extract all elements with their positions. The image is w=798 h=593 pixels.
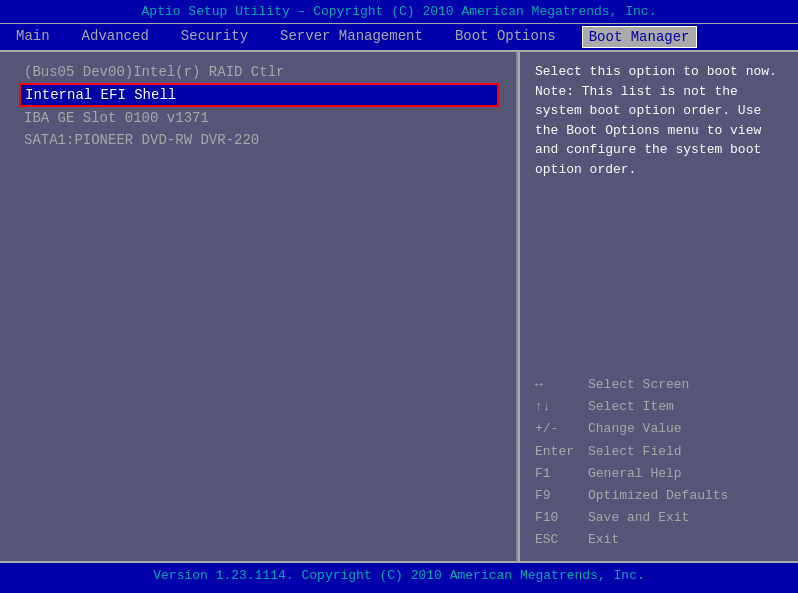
key-label: F1 <box>535 463 580 485</box>
key-description: Change Value <box>588 418 682 440</box>
menu-item-main[interactable]: Main <box>10 26 56 48</box>
boot-item[interactable]: (Bus05 Dev00)Intel(r) RAID Ctlr <box>20 62 498 82</box>
key-label: ESC <box>535 529 580 551</box>
key-description: Select Screen <box>588 374 689 396</box>
title-bar: Aptio Setup Utility – Copyright (C) 2010… <box>0 0 798 24</box>
key-label: ↑↓ <box>535 396 580 418</box>
key-label: ↔ <box>535 374 580 396</box>
key-help-row: F1General Help <box>535 463 783 485</box>
menu-bar: MainAdvancedSecurityServer ManagementBoo… <box>0 24 798 52</box>
menu-item-server-management[interactable]: Server Management <box>274 26 429 48</box>
boot-item[interactable]: Internal EFI Shell <box>20 84 498 106</box>
key-help-row: +/-Change Value <box>535 418 783 440</box>
boot-item[interactable]: SATA1:PIONEER DVD-RW DVR-220 <box>20 130 498 150</box>
menu-item-boot-manager[interactable]: Boot Manager <box>582 26 697 48</box>
key-help-row: ↑↓Select Item <box>535 396 783 418</box>
menu-item-security[interactable]: Security <box>175 26 254 48</box>
key-description: General Help <box>588 463 682 485</box>
menu-item-boot-options[interactable]: Boot Options <box>449 26 562 48</box>
key-help-row: F9Optimized Defaults <box>535 485 783 507</box>
right-panel: Select this option to boot now. Note: Th… <box>520 52 798 561</box>
key-label: Enter <box>535 441 580 463</box>
key-help: ↔Select Screen↑↓Select Item+/-Change Val… <box>535 374 783 551</box>
key-label: +/- <box>535 418 580 440</box>
key-label: F9 <box>535 485 580 507</box>
key-help-row: EnterSelect Field <box>535 441 783 463</box>
key-description: Save and Exit <box>588 507 689 529</box>
key-description: Exit <box>588 529 619 551</box>
footer: Version 1.23.1114. Copyright (C) 2010 Am… <box>0 561 798 588</box>
help-text: Select this option to boot now. Note: Th… <box>535 62 783 179</box>
key-help-row: ↔Select Screen <box>535 374 783 396</box>
left-panel: (Bus05 Dev00)Intel(r) RAID CtlrInternal … <box>0 52 520 561</box>
key-description: Optimized Defaults <box>588 485 728 507</box>
main-content: (Bus05 Dev00)Intel(r) RAID CtlrInternal … <box>0 52 798 561</box>
key-help-row: ESCExit <box>535 529 783 551</box>
key-description: Select Item <box>588 396 674 418</box>
key-label: F10 <box>535 507 580 529</box>
key-help-row: F10Save and Exit <box>535 507 783 529</box>
menu-item-advanced[interactable]: Advanced <box>76 26 155 48</box>
boot-item[interactable]: IBA GE Slot 0100 v1371 <box>20 108 498 128</box>
key-description: Select Field <box>588 441 682 463</box>
